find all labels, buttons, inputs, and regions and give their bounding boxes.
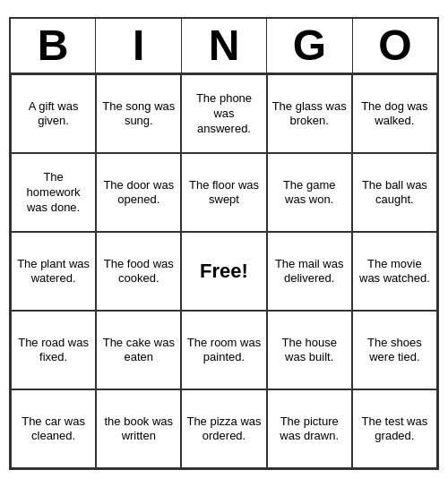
bingo-cell-11: The food was cooked. — [96, 232, 181, 311]
bingo-cell-text-18: The house was built. — [271, 336, 348, 366]
bingo-cell-0: A gift was given. — [11, 74, 96, 153]
bingo-cell-text-14: The movie was watched. — [357, 257, 433, 287]
bingo-cell-text-2: The phone was answered. — [185, 91, 262, 137]
bingo-letter-i: I — [96, 19, 181, 73]
bingo-cell-text-16: The cake was eaten — [100, 336, 177, 366]
bingo-cell-text-13: The mail was delivered. — [271, 257, 348, 287]
bingo-cell-16: The cake was eaten — [96, 311, 181, 389]
bingo-cell-22: The pizza was ordered. — [181, 389, 266, 468]
bingo-cell-text-6: The door was opened. — [100, 178, 177, 209]
bingo-card: BINGO A gift was given.The song was sung… — [9, 17, 439, 471]
bingo-cell-text-5: The homework was done. — [15, 170, 91, 216]
bingo-cell-text-20: The car was cleaned. — [15, 414, 91, 445]
bingo-cell-text-3: The glass was broken. — [271, 99, 348, 130]
bingo-cell-text-8: The game was won. — [271, 178, 348, 209]
bingo-letter-g: G — [267, 19, 352, 73]
bingo-cell-text-0: A gift was given. — [15, 99, 91, 130]
bingo-cell-text-10: The plant was watered. — [15, 257, 91, 287]
bingo-cell-4: The dog was walked. — [352, 74, 437, 153]
bingo-cell-13: The mail was delivered. — [267, 232, 352, 311]
bingo-cell-text-19: The shoes were tied. — [357, 336, 433, 366]
bingo-cell-8: The game was won. — [267, 153, 352, 232]
bingo-cell-10: The plant was watered. — [11, 232, 96, 311]
bingo-letter-b: B — [11, 19, 96, 73]
bingo-cell-3: The glass was broken. — [267, 74, 352, 153]
bingo-cell-2: The phone was answered. — [181, 74, 266, 153]
bingo-cell-text-7: The floor was swept — [185, 178, 262, 209]
bingo-cell-text-22: The pizza was ordered. — [185, 414, 262, 445]
bingo-cell-text-11: The food was cooked. — [100, 257, 177, 287]
bingo-cell-14: The movie was watched. — [352, 232, 437, 311]
bingo-cell-19: The shoes were tied. — [352, 311, 437, 389]
bingo-cell-6: The door was opened. — [96, 153, 181, 232]
bingo-cell-9: The ball was caught. — [352, 153, 437, 232]
bingo-cell-7: The floor was swept — [181, 153, 266, 232]
bingo-cell-23: The picture was drawn. — [267, 389, 352, 468]
bingo-cell-17: The room was painted. — [181, 311, 266, 389]
bingo-cell-text-17: The room was painted. — [185, 336, 262, 366]
bingo-letter-o: O — [353, 19, 437, 73]
bingo-cell-5: The homework was done. — [11, 153, 96, 232]
bingo-header: BINGO — [11, 19, 437, 75]
bingo-cell-21: the book was written — [96, 389, 181, 468]
bingo-cell-text-15: The road was fixed. — [15, 336, 91, 366]
bingo-letter-n: N — [182, 19, 267, 73]
bingo-cell-text-1: The song was sung. — [100, 99, 177, 130]
bingo-cell-20: The car was cleaned. — [11, 389, 96, 468]
bingo-cell-12: Free! — [181, 232, 266, 311]
bingo-grid: A gift was given.The song was sung.The p… — [11, 74, 437, 468]
bingo-cell-15: The road was fixed. — [11, 311, 96, 389]
bingo-cell-text-12: Free! — [200, 259, 248, 285]
bingo-cell-text-24: The test was graded. — [357, 414, 433, 445]
bingo-cell-text-4: The dog was walked. — [357, 99, 433, 130]
bingo-cell-1: The song was sung. — [96, 74, 181, 153]
bingo-cell-text-21: the book was written — [100, 414, 177, 445]
bingo-cell-24: The test was graded. — [352, 389, 437, 468]
bingo-cell-18: The house was built. — [267, 311, 352, 389]
bingo-cell-text-23: The picture was drawn. — [271, 414, 348, 445]
bingo-cell-text-9: The ball was caught. — [357, 178, 433, 209]
